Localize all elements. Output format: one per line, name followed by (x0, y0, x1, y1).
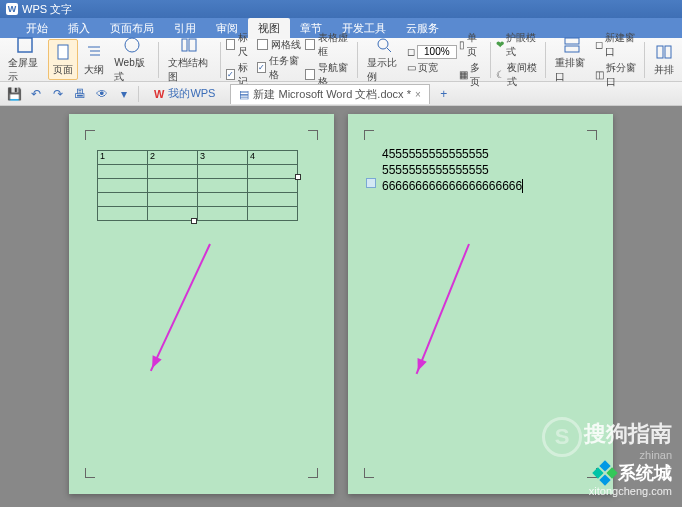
add-tab-icon[interactable]: + (436, 86, 452, 102)
doc-structure-button[interactable]: 文档结构图 (164, 33, 215, 86)
svg-rect-10 (565, 38, 579, 44)
paragraph-icon (366, 178, 376, 188)
side-icon (654, 42, 674, 62)
save-icon[interactable]: 💾 (6, 86, 22, 102)
workspace: 1234 4555555555555555 5555555555555555 6… (0, 106, 682, 507)
structure-icon (179, 35, 199, 55)
svg-rect-13 (665, 46, 671, 58)
page-options: ▯单页 ▦多页 (459, 31, 486, 89)
night-icon: ☾ (496, 69, 505, 80)
mode-options: ❤护眼模式 ☾夜间模式 (496, 31, 540, 89)
nav-pane-checkbox[interactable] (305, 69, 315, 80)
document-table[interactable]: 1234 (97, 150, 298, 221)
more-icon[interactable]: ▾ (116, 86, 132, 102)
separator (357, 42, 358, 78)
xitongcheng-logo: 系统城 (596, 461, 672, 485)
pagewidth-icon: ▭ (407, 62, 416, 73)
zoom-input[interactable] (417, 45, 457, 59)
window-options: ◻新建窗口 ◫拆分窗口 (595, 31, 639, 89)
page-1[interactable]: 1234 (69, 114, 334, 494)
rearrange-icon (562, 35, 582, 55)
page-view-button[interactable]: 页面 (48, 39, 78, 80)
ribbon: 全屏显示 页面 大纲 Web版式 文档结构图 标尺 ✓标记 网格线 ✓任务窗格 … (0, 38, 682, 82)
separator (490, 42, 491, 78)
checkbox-group-1: 标尺 ✓标记 (226, 31, 255, 89)
margin-corner-icon (308, 468, 318, 478)
annotation-arrow (416, 244, 470, 375)
table-resize-handle[interactable] (295, 174, 301, 180)
print-preview-icon[interactable]: 👁 (94, 86, 110, 102)
redo-icon[interactable]: ↷ (50, 86, 66, 102)
web-icon (122, 35, 142, 55)
svg-rect-12 (657, 46, 663, 58)
watermark: 搜狗指南 zhinan 系统城 xitongcheng.com (584, 419, 672, 497)
new-window-icon: ◻ (595, 39, 603, 50)
separator (158, 42, 159, 78)
svg-line-9 (387, 48, 391, 52)
tab-my-wps[interactable]: W 我的WPS (145, 84, 224, 104)
separator (220, 42, 221, 78)
print-icon[interactable]: 🖶 (72, 86, 88, 102)
separator (644, 42, 645, 78)
svg-rect-0 (18, 38, 32, 52)
margin-corner-icon (364, 468, 374, 478)
zoom-button[interactable]: 显示比例 (363, 33, 405, 86)
svg-point-5 (125, 38, 139, 52)
document-text[interactable]: 4555555555555555 5555555555555555 666666… (382, 146, 523, 194)
web-layout-button[interactable]: Web版式 (110, 33, 153, 86)
fullscreen-icon (15, 35, 35, 55)
checkbox-group-3: 表格虚框 导航窗格 (305, 31, 351, 89)
side-by-side-button[interactable]: 并排 (650, 40, 678, 79)
svg-rect-7 (189, 39, 196, 51)
fullscreen-button[interactable]: 全屏显示 (4, 33, 46, 86)
menu-insert[interactable]: 插入 (58, 18, 100, 39)
undo-icon[interactable]: ↶ (28, 86, 44, 102)
diamond-icon (592, 460, 617, 485)
eye-icon: ❤ (496, 39, 504, 50)
multi-page-icon: ▦ (459, 69, 468, 80)
margin-corner-icon (85, 468, 95, 478)
sogou-watermark-icon: S (542, 417, 582, 457)
markup-checkbox[interactable]: ✓ (226, 69, 236, 80)
zoom-options: ◻ ▭页宽 (407, 45, 457, 75)
outline-button[interactable]: 大纲 (80, 40, 108, 79)
wps-logo-icon: W (154, 88, 164, 100)
checkbox-group-2: 网格线 ✓任务窗格 (257, 38, 303, 82)
svg-point-8 (378, 39, 388, 49)
margin-corner-icon (364, 130, 374, 140)
text-line-with-cursor: 666666666666666666666 (382, 178, 523, 194)
close-tab-icon[interactable]: × (415, 89, 421, 100)
gridlines-checkbox[interactable] (257, 39, 268, 50)
annotation-arrow (150, 244, 211, 372)
margin-corner-icon (308, 130, 318, 140)
table-resize-handle[interactable] (191, 218, 197, 224)
split-window-icon: ◫ (595, 69, 604, 80)
rearrange-button[interactable]: 重排窗口 (551, 33, 593, 86)
zoom-icon (374, 35, 394, 55)
single-page-icon: ▯ (459, 39, 465, 50)
app-logo-icon: W (6, 3, 18, 15)
svg-rect-6 (182, 39, 187, 51)
margin-corner-icon (587, 130, 597, 140)
tab-document[interactable]: ▤ 新建 Microsoft Word 文档.docx * × (230, 84, 429, 104)
table-frame-checkbox[interactable] (305, 39, 315, 50)
title-bar: W WPS 文字 (0, 0, 682, 18)
ruler-checkbox[interactable] (226, 39, 236, 50)
outline-icon (84, 42, 104, 62)
taskpane-checkbox[interactable]: ✓ (257, 62, 267, 73)
percent-icon: ◻ (407, 46, 415, 57)
margin-corner-icon (85, 130, 95, 140)
doc-icon: ▤ (239, 88, 249, 101)
app-name: WPS 文字 (22, 2, 72, 17)
svg-rect-1 (58, 45, 68, 59)
separator (545, 42, 546, 78)
svg-rect-11 (565, 46, 579, 52)
page-icon (53, 42, 73, 62)
